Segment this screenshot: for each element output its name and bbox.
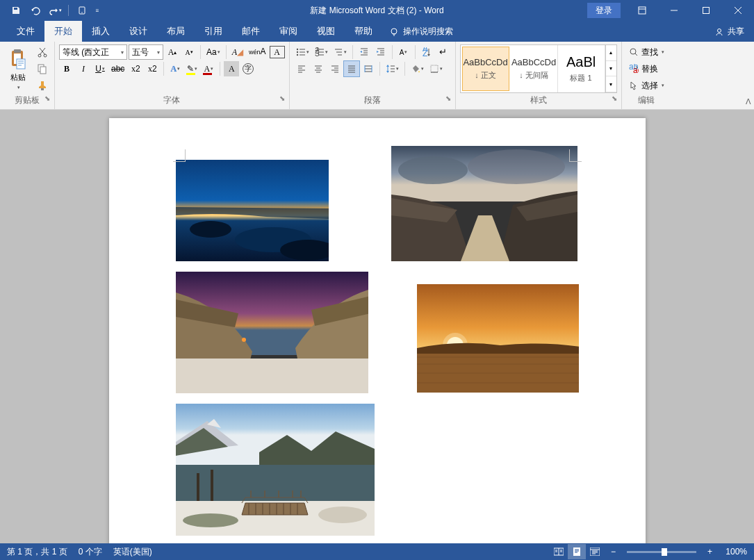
- styles-launcher[interactable]: ⬊: [612, 94, 617, 102]
- collapse-ribbon-button[interactable]: ᐱ: [746, 97, 751, 106]
- strikethrough-button[interactable]: abc: [109, 61, 126, 76]
- redo-button[interactable]: ▾: [46, 1, 64, 19]
- read-mode-button[interactable]: [550, 544, 568, 559]
- borders-button[interactable]: ▾: [427, 61, 445, 76]
- font-launcher[interactable]: ⬊: [279, 94, 285, 102]
- style-no-spacing[interactable]: AaBbCcDd ↓ 无间隔: [511, 45, 558, 92]
- web-layout-button[interactable]: [586, 544, 604, 559]
- inserted-image-3[interactable]: [176, 272, 368, 393]
- shrink-font-button[interactable]: A▾: [181, 44, 197, 60]
- tab-design[interactable]: 设计: [120, 21, 157, 42]
- align-right-button[interactable]: [327, 61, 343, 76]
- shading-button[interactable]: ▾: [409, 61, 426, 76]
- multilevel-icon: [334, 47, 343, 57]
- zoom-in-button[interactable]: +: [705, 547, 715, 557]
- inserted-image-5[interactable]: [176, 404, 375, 536]
- clear-format-button[interactable]: A◢: [230, 44, 245, 60]
- bullets-icon: [296, 47, 306, 57]
- increase-indent-button[interactable]: [373, 44, 388, 60]
- styles-gallery: AaBbCcDd ↓ 正文 AaBbCcDd ↓ 无间隔 AaBl 标题 1 ▴…: [460, 44, 617, 93]
- document-scroll-area[interactable]: [0, 110, 754, 543]
- tab-help[interactable]: 帮助: [345, 21, 382, 42]
- numbering-button[interactable]: 123▾: [313, 44, 330, 60]
- font-size-combo[interactable]: 五号▾: [129, 44, 163, 60]
- sort-button[interactable]: AZ: [419, 44, 434, 60]
- zoom-out-button[interactable]: −: [608, 547, 618, 557]
- style-normal[interactable]: AaBbCcDd ↓ 正文: [462, 47, 509, 91]
- svg-point-47: [183, 513, 238, 527]
- tab-view[interactable]: 视图: [307, 21, 345, 42]
- page-count[interactable]: 第 1 页，共 1 页: [7, 546, 67, 558]
- language-status[interactable]: 英语(美国): [113, 546, 152, 558]
- tab-home[interactable]: 开始: [44, 21, 82, 42]
- phonetic-guide-button[interactable]: wénA: [247, 44, 268, 60]
- save-button[interactable]: [7, 1, 25, 19]
- underline-button[interactable]: U▾: [92, 61, 108, 76]
- enclose-char-button[interactable]: 字: [240, 61, 256, 76]
- italic-button[interactable]: I: [76, 61, 91, 76]
- svg-text:ac: ac: [633, 65, 639, 74]
- margin-corner: [569, 149, 582, 162]
- word-count[interactable]: 0 个字: [79, 546, 102, 558]
- svg-point-1: [81, 12, 82, 13]
- font-color-button[interactable]: A▾: [201, 61, 216, 76]
- align-left-button[interactable]: [294, 61, 309, 76]
- ribbon-options-button[interactable]: [626, 0, 658, 21]
- document-page[interactable]: [109, 118, 646, 543]
- maximize-button[interactable]: [690, 0, 722, 21]
- cursor-icon: [629, 81, 639, 90]
- char-border-button[interactable]: A: [270, 46, 285, 58]
- highlight-button[interactable]: ✎▾: [184, 61, 199, 76]
- bullets-button[interactable]: ▾: [294, 44, 311, 60]
- cut-button[interactable]: [35, 44, 50, 60]
- inserted-image-4[interactable]: [417, 284, 579, 393]
- styles-scroll-up[interactable]: ▴: [606, 45, 616, 61]
- styles-expand[interactable]: ▾: [606, 76, 616, 92]
- styles-scroll-down[interactable]: ▾: [606, 61, 616, 77]
- text-effects-button[interactable]: A▾: [167, 61, 183, 76]
- login-button[interactable]: 登录: [587, 3, 621, 18]
- zoom-level[interactable]: 100%: [719, 547, 747, 557]
- tab-layout[interactable]: 布局: [157, 21, 195, 42]
- subscript-button[interactable]: x2: [128, 61, 143, 76]
- distribute-button[interactable]: [361, 61, 376, 76]
- tab-file[interactable]: 文件: [7, 21, 44, 42]
- format-painter-button[interactable]: [35, 78, 50, 93]
- multilevel-button[interactable]: ▾: [331, 44, 349, 60]
- bold-button[interactable]: B: [59, 61, 74, 76]
- paragraph-launcher[interactable]: ⬊: [445, 94, 451, 102]
- change-case-button[interactable]: Aa▾: [204, 44, 222, 60]
- show-marks-button[interactable]: ↵: [436, 44, 451, 60]
- tab-mailings[interactable]: 邮件: [232, 21, 270, 42]
- grow-font-button[interactable]: A▴: [165, 44, 180, 60]
- select-button[interactable]: 选择▾: [626, 78, 667, 93]
- customize-qat-button[interactable]: ≡: [92, 1, 102, 19]
- paste-button[interactable]: 粘贴 ▾: [4, 44, 32, 93]
- tell-me-search[interactable]: 操作说明搜索: [382, 22, 460, 42]
- tab-references[interactable]: 引用: [195, 21, 232, 42]
- font-family-combo[interactable]: 等线 (西文正▾: [59, 44, 127, 60]
- close-button[interactable]: [722, 0, 754, 21]
- superscript-button[interactable]: x2: [145, 61, 160, 76]
- decrease-indent-button[interactable]: [356, 44, 372, 60]
- copy-button[interactable]: [35, 61, 50, 76]
- align-center-button[interactable]: [311, 61, 326, 76]
- asian-layout-button[interactable]: A▾: [396, 44, 411, 60]
- char-shading-button[interactable]: A: [224, 61, 239, 76]
- justify-button[interactable]: [344, 61, 359, 76]
- tab-review[interactable]: 审阅: [270, 21, 307, 42]
- tab-insert[interactable]: 插入: [82, 21, 120, 42]
- inserted-image-1[interactable]: [176, 160, 329, 261]
- find-button[interactable]: 查找▾: [626, 44, 667, 60]
- style-heading1[interactable]: AaBl 标题 1: [558, 45, 605, 92]
- line-spacing-button[interactable]: ▾: [384, 61, 401, 76]
- replace-button[interactable]: abac替换: [626, 61, 667, 76]
- zoom-slider[interactable]: [627, 551, 696, 553]
- inserted-image-2[interactable]: [391, 146, 577, 261]
- touch-mode-button[interactable]: [73, 1, 91, 19]
- clipboard-launcher[interactable]: ⬊: [44, 94, 50, 102]
- undo-button[interactable]: [26, 1, 44, 19]
- share-button[interactable]: 共享: [705, 22, 754, 42]
- minimize-button[interactable]: [658, 0, 690, 21]
- print-layout-button[interactable]: [568, 544, 586, 559]
